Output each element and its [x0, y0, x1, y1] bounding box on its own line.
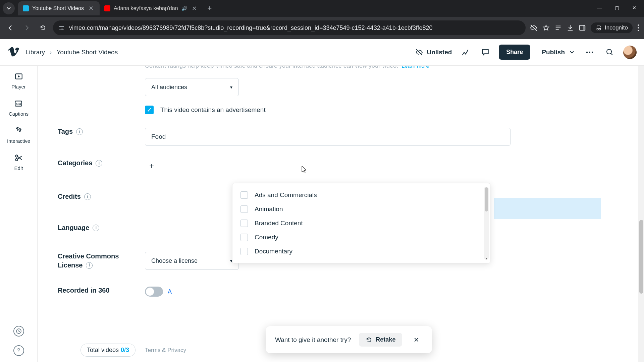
scroll-down-icon[interactable]: ▾ [484, 256, 489, 260]
tab-close-button[interactable]: ✕ [87, 5, 95, 12]
scroll-thumb[interactable] [485, 187, 488, 212]
scroll-thumb[interactable] [639, 220, 643, 294]
total-videos-pill[interactable]: Total videos 0/3 [80, 344, 136, 357]
info-icon[interactable]: i [84, 193, 91, 200]
avatar[interactable] [623, 46, 637, 59]
scroll-track[interactable] [484, 187, 489, 260]
toggle-knob [146, 288, 154, 296]
license-select[interactable]: Choose a license ▾ [145, 252, 239, 270]
info-icon[interactable]: i [76, 128, 83, 135]
maximize-button[interactable]: ▢ [609, 2, 625, 13]
ad-checkbox[interactable]: ✓ [145, 106, 154, 114]
close-window-button[interactable]: ✕ [627, 2, 642, 13]
audience-row: x All audiences ▾ ✓ This video contains … [58, 78, 624, 114]
left-rail: Player CC Captions Interactive Edit ? [0, 66, 38, 362]
rail-edit[interactable]: Edit [14, 153, 23, 171]
analytics-button[interactable] [459, 46, 472, 59]
player-icon [14, 72, 23, 81]
side-panel-icon[interactable] [579, 24, 586, 32]
minimize-button[interactable]: ― [592, 2, 607, 13]
audio-icon[interactable]: 🔊 [181, 6, 187, 11]
checkbox-icon [240, 234, 248, 241]
incognito-indicator[interactable]: Incognito [591, 22, 633, 33]
tab-close-button[interactable]: ✕ [191, 5, 198, 12]
forward-arrow-icon [23, 24, 30, 31]
ad-checkbox-row: ✓ This video contains an advertisement [145, 106, 511, 114]
tags-input[interactable]: Food [145, 128, 511, 146]
publish-button[interactable]: Publish [537, 45, 576, 59]
rail-captions[interactable]: CC Captions [9, 99, 29, 117]
info-icon[interactable]: i [93, 225, 99, 231]
vimeo-logo-icon[interactable] [7, 47, 19, 57]
category-option[interactable]: Animation [232, 202, 490, 216]
recorded-360-toggle[interactable] [145, 287, 163, 297]
svg-rect-10 [583, 25, 585, 31]
privacy-label: Unlisted [427, 49, 452, 56]
bookmark-star-icon[interactable] [542, 24, 550, 32]
search-icon [606, 48, 614, 56]
toast-close-button[interactable]: ✕ [410, 335, 423, 345]
category-option[interactable]: Comedy [232, 230, 490, 244]
tab-youtube[interactable]: Adana keyfasya kebap'dan 🔊 ✕ [100, 1, 203, 15]
ad-checkbox-label: This video contains an advertisement [160, 106, 266, 114]
address-field[interactable]: vimeo.com/manage/videos/896376989/72fd7f… [53, 20, 526, 35]
rail-interactive[interactable]: Interactive [7, 126, 30, 144]
svg-text:CC: CC [16, 102, 21, 106]
vimeo-favicon-icon [23, 5, 29, 11]
tab-title: Adana keyfasya kebap'dan [114, 5, 178, 11]
category-option[interactable]: Ads and Commercials [232, 188, 490, 202]
back-button[interactable] [5, 22, 17, 34]
kebab-menu-icon[interactable] [637, 24, 639, 32]
svg-point-16 [592, 51, 593, 53]
svg-point-22 [15, 159, 18, 161]
window-controls: ― ▢ ✕ [592, 2, 642, 13]
checkbox-icon [240, 220, 248, 227]
more-button[interactable] [583, 46, 596, 59]
svg-point-13 [638, 30, 639, 31]
svg-point-11 [638, 24, 639, 26]
help-button[interactable]: ? [13, 345, 24, 356]
tab-search-button[interactable] [3, 2, 15, 14]
new-tab-button[interactable]: + [203, 4, 217, 13]
info-icon[interactable]: i [96, 160, 102, 167]
rating-help-text: Content ratings help keep Vimeo safe and… [145, 66, 398, 69]
audience-select[interactable]: All audiences ▾ [145, 78, 239, 96]
downloads-icon[interactable] [567, 24, 574, 32]
privacy-status[interactable]: Unlisted [415, 48, 452, 56]
tab-title: Youtube Short Videos [32, 5, 84, 11]
rail-player[interactable]: Player [11, 72, 26, 89]
form-area: x Content ratings help keep Vimeo safe a… [38, 66, 644, 362]
analytics-icon [461, 48, 470, 57]
tab-vimeo[interactable]: Youtube Short Videos ✕ [18, 1, 100, 15]
more-horizontal-icon [586, 51, 594, 53]
eye-off-icon[interactable] [530, 24, 538, 32]
category-option[interactable]: Documentary [232, 244, 490, 258]
breadcrumb-library-link[interactable]: Library [25, 49, 45, 56]
add-category-button[interactable]: + [145, 159, 158, 173]
reload-button[interactable] [37, 22, 49, 34]
category-option[interactable]: Branded Content [232, 216, 490, 230]
info-icon[interactable]: i [86, 262, 93, 269]
svg-point-15 [589, 51, 590, 53]
svg-rect-8 [556, 29, 559, 30]
page-scrollbar[interactable] [638, 66, 644, 362]
app-body: Player CC Captions Interactive Edit ? x [0, 66, 644, 362]
chevron-right-icon: › [50, 49, 52, 56]
dropdown-scrollbar[interactable]: ▴ ▾ [484, 187, 489, 260]
share-button[interactable]: Share [499, 45, 530, 60]
toggle-label-link[interactable]: A [168, 288, 172, 295]
url-text: vimeo.com/manage/videos/896376989/72fd7f… [69, 24, 520, 32]
reading-list-icon[interactable] [554, 24, 562, 32]
activity-button[interactable] [13, 326, 24, 337]
forward-button[interactable] [21, 22, 33, 34]
svg-point-17 [607, 49, 611, 54]
toolbar-right: Incognito [530, 22, 639, 33]
terms-link[interactable]: Terms & Privacy [145, 347, 186, 354]
learn-more-link[interactable]: Learn more [402, 66, 429, 69]
search-button[interactable] [603, 46, 616, 59]
site-settings-icon[interactable] [58, 24, 65, 31]
retake-toast: Want to give it another try? Retake ✕ [266, 326, 432, 353]
comments-button[interactable] [479, 46, 492, 59]
breadcrumb-current: Youtube Short Videos [56, 49, 118, 56]
retake-button[interactable]: Retake [359, 333, 402, 347]
